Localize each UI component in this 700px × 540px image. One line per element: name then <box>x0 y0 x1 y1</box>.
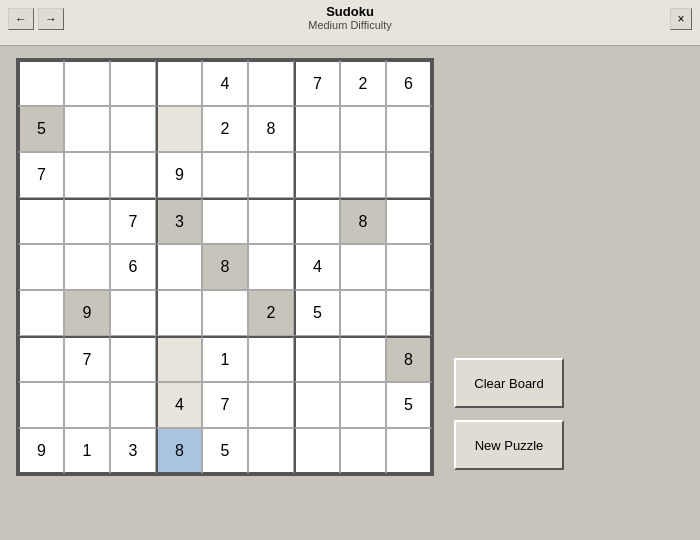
cell-r2c3[interactable]: 9 <box>156 152 202 198</box>
cell-r4c4[interactable]: 8 <box>202 244 248 290</box>
close-button[interactable]: × <box>670 8 692 30</box>
cell-r1c3[interactable] <box>156 106 202 152</box>
cell-r4c3[interactable] <box>156 244 202 290</box>
cell-r1c1[interactable] <box>64 106 110 152</box>
cell-r6c4[interactable]: 1 <box>202 336 248 382</box>
cell-r0c3[interactable] <box>156 60 202 106</box>
cell-r2c1[interactable] <box>64 152 110 198</box>
cell-r5c4[interactable] <box>202 290 248 336</box>
cell-r7c7[interactable] <box>340 382 386 428</box>
sudoku-grid: 47265287973868492571847591385 <box>18 60 432 474</box>
cell-r8c6[interactable] <box>294 428 340 474</box>
cell-r8c7[interactable] <box>340 428 386 474</box>
cell-r3c3[interactable]: 3 <box>156 198 202 244</box>
cell-r4c6[interactable]: 4 <box>294 244 340 290</box>
cell-r5c3[interactable] <box>156 290 202 336</box>
cell-r4c5[interactable] <box>248 244 294 290</box>
cell-r5c8[interactable] <box>386 290 432 336</box>
new-puzzle-button[interactable]: New Puzzle <box>454 420 564 470</box>
cell-r6c8[interactable]: 8 <box>386 336 432 382</box>
cell-r7c1[interactable] <box>64 382 110 428</box>
cell-r0c7[interactable]: 2 <box>340 60 386 106</box>
main-content: 47265287973868492571847591385 Clear Boar… <box>0 46 700 540</box>
cell-r5c5[interactable]: 2 <box>248 290 294 336</box>
cell-r4c8[interactable] <box>386 244 432 290</box>
cell-r7c3[interactable]: 4 <box>156 382 202 428</box>
cell-r2c4[interactable] <box>202 152 248 198</box>
cell-r2c8[interactable] <box>386 152 432 198</box>
cell-r6c2[interactable] <box>110 336 156 382</box>
window-title: Sudoku <box>326 4 374 19</box>
cell-r6c6[interactable] <box>294 336 340 382</box>
cell-r1c0[interactable]: 5 <box>18 106 64 152</box>
cell-r8c8[interactable] <box>386 428 432 474</box>
window-subtitle: Medium Difficulty <box>308 19 392 31</box>
cell-r0c1[interactable] <box>64 60 110 106</box>
cell-r4c2[interactable]: 6 <box>110 244 156 290</box>
cell-r8c0[interactable]: 9 <box>18 428 64 474</box>
cell-r6c1[interactable]: 7 <box>64 336 110 382</box>
cell-r3c6[interactable] <box>294 198 340 244</box>
cell-r5c2[interactable] <box>110 290 156 336</box>
redo-button[interactable]: → <box>38 8 64 30</box>
cell-r8c4[interactable]: 5 <box>202 428 248 474</box>
cell-r6c0[interactable] <box>18 336 64 382</box>
clear-board-button[interactable]: Clear Board <box>454 358 564 408</box>
cell-r4c7[interactable] <box>340 244 386 290</box>
cell-r5c7[interactable] <box>340 290 386 336</box>
cell-r6c3[interactable] <box>156 336 202 382</box>
cell-r2c2[interactable] <box>110 152 156 198</box>
cell-r0c0[interactable] <box>18 60 64 106</box>
cell-r3c4[interactable] <box>202 198 248 244</box>
cell-r7c5[interactable] <box>248 382 294 428</box>
cell-r0c5[interactable] <box>248 60 294 106</box>
title-bar: ← → Sudoku Medium Difficulty × <box>0 0 700 46</box>
cell-r2c7[interactable] <box>340 152 386 198</box>
cell-r4c1[interactable] <box>64 244 110 290</box>
cell-r5c0[interactable] <box>18 290 64 336</box>
cell-r8c2[interactable]: 3 <box>110 428 156 474</box>
cell-r6c5[interactable] <box>248 336 294 382</box>
cell-r8c3[interactable]: 8 <box>156 428 202 474</box>
cell-r6c7[interactable] <box>340 336 386 382</box>
cell-r2c0[interactable]: 7 <box>18 152 64 198</box>
undo-button[interactable]: ← <box>8 8 34 30</box>
cell-r7c2[interactable] <box>110 382 156 428</box>
cell-r1c7[interactable] <box>340 106 386 152</box>
cell-r2c6[interactable] <box>294 152 340 198</box>
cell-r8c5[interactable] <box>248 428 294 474</box>
cell-r7c8[interactable]: 5 <box>386 382 432 428</box>
cell-r7c6[interactable] <box>294 382 340 428</box>
cell-r5c1[interactable]: 9 <box>64 290 110 336</box>
cell-r5c6[interactable]: 5 <box>294 290 340 336</box>
cell-r1c4[interactable]: 2 <box>202 106 248 152</box>
cell-r1c6[interactable] <box>294 106 340 152</box>
cell-r1c8[interactable] <box>386 106 432 152</box>
cell-r0c6[interactable]: 7 <box>294 60 340 106</box>
cell-r7c4[interactable]: 7 <box>202 382 248 428</box>
cell-r0c8[interactable]: 6 <box>386 60 432 106</box>
cell-r3c5[interactable] <box>248 198 294 244</box>
cell-r3c1[interactable] <box>64 198 110 244</box>
cell-r3c7[interactable]: 8 <box>340 198 386 244</box>
cell-r3c8[interactable] <box>386 198 432 244</box>
cell-r1c5[interactable]: 8 <box>248 106 294 152</box>
cell-r8c1[interactable]: 1 <box>64 428 110 474</box>
cell-r3c2[interactable]: 7 <box>110 198 156 244</box>
cell-r7c0[interactable] <box>18 382 64 428</box>
cell-r3c0[interactable] <box>18 198 64 244</box>
sudoku-board: 47265287973868492571847591385 <box>16 58 434 476</box>
cell-r0c4[interactable]: 4 <box>202 60 248 106</box>
cell-r2c5[interactable] <box>248 152 294 198</box>
cell-r4c0[interactable] <box>18 244 64 290</box>
cell-r1c2[interactable] <box>110 106 156 152</box>
title-bar-controls: ← → <box>8 8 64 30</box>
buttons-panel: Clear Board New Puzzle <box>454 58 564 470</box>
cell-r0c2[interactable] <box>110 60 156 106</box>
